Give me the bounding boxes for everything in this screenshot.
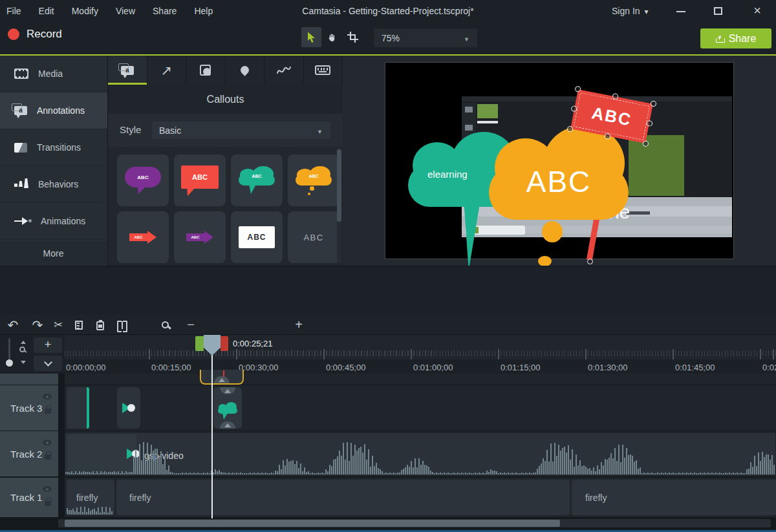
cursor-tool-button[interactable] xyxy=(301,27,321,47)
callout-thumb-speech-purple[interactable]: ABC xyxy=(117,154,169,206)
lock-icon[interactable] xyxy=(45,501,51,506)
tab-callouts[interactable] xyxy=(108,56,147,85)
zoom-in-button[interactable] xyxy=(291,315,307,335)
paste-button[interactable] xyxy=(92,315,108,335)
animation-icon xyxy=(122,403,135,413)
split-button[interactable] xyxy=(114,315,130,335)
close-button[interactable] xyxy=(750,0,764,22)
sidebar-label-transitions: Transitions xyxy=(37,142,81,153)
tab-sketch[interactable] xyxy=(264,56,304,85)
callout-thumb-cloud-teal[interactable]: ABC xyxy=(231,154,283,206)
maximize-button[interactable] xyxy=(714,7,722,15)
resize-handle[interactable] xyxy=(612,93,619,100)
undo-button[interactable] xyxy=(5,315,21,335)
timeline-scrollbar[interactable] xyxy=(58,519,771,527)
redo-button[interactable] xyxy=(30,315,45,335)
camtasia-window: File Edit Modify View Share Help Camtasi… xyxy=(0,0,776,532)
thought-cloud-shape: ABC xyxy=(296,166,332,186)
sidebar-more-button[interactable]: More xyxy=(0,242,107,264)
callout-thumb-speech-red[interactable]: ABC xyxy=(174,154,226,206)
callout-thumb-arrow-purple[interactable]: ABC xyxy=(174,211,226,263)
pan-tool-button[interactable] xyxy=(322,27,342,47)
record-icon xyxy=(8,28,19,40)
track-name: Track 3 xyxy=(10,385,42,431)
playhead-out-handle[interactable] xyxy=(221,336,228,351)
zoom-to-fit-icon[interactable] xyxy=(18,341,27,364)
chevron-down-icon xyxy=(464,32,477,44)
sidebar-item-transitions[interactable]: Transitions xyxy=(0,129,107,166)
tab-blur[interactable] xyxy=(226,56,265,85)
resize-handle[interactable] xyxy=(574,85,581,92)
eye-icon[interactable] xyxy=(43,486,52,492)
panel-title: Callouts xyxy=(108,85,343,114)
sidebar: Media Annotations Transitions Behaviors … xyxy=(0,56,108,266)
canvas-tools xyxy=(301,27,363,47)
timeline-ruler[interactable]: 0:00:00;00 0:00:15;00 0:00:30;00 0:00:45… xyxy=(65,335,776,374)
sidebar-item-media[interactable]: Media xyxy=(0,56,107,92)
sign-in-label: Sign In xyxy=(612,6,640,16)
clip-label: firefly xyxy=(129,493,151,503)
tab-shapes[interactable] xyxy=(186,56,226,85)
copy-button[interactable] xyxy=(71,315,87,335)
ruler-label: 0:02:00 xyxy=(762,363,776,372)
sidebar-item-animations[interactable]: Animations xyxy=(0,203,107,240)
clip-small[interactable] xyxy=(67,387,89,429)
window-title: Camtasia - Getting-Started-Project.tscpr… xyxy=(0,0,776,22)
clip-firefly-3[interactable]: firefly xyxy=(572,480,776,515)
playhead-in-handle[interactable] xyxy=(195,336,204,351)
share-label: Share xyxy=(729,33,757,45)
style-select[interactable]: Basic xyxy=(152,122,330,139)
minimize-button[interactable] xyxy=(676,11,685,12)
animation-dome xyxy=(220,421,235,429)
sidebar-label-annotations: Annotations xyxy=(37,105,85,116)
sidebar-label-media: Media xyxy=(38,69,63,79)
clip-label: firefly xyxy=(76,493,98,503)
callout-thumb-thought-orange[interactable]: ABC xyxy=(288,154,339,206)
clip-animation[interactable] xyxy=(117,387,140,429)
sidebar-label-animations: Animations xyxy=(41,216,85,226)
lock-icon[interactable] xyxy=(45,454,51,460)
squiggle-icon xyxy=(276,65,292,76)
clip-firefly-1[interactable]: firefly xyxy=(67,480,114,515)
cut-button[interactable] xyxy=(50,315,66,335)
track-height-thumb[interactable] xyxy=(6,359,13,367)
style-label: Style xyxy=(120,124,141,135)
timeline-scrollbar-thumb[interactable] xyxy=(65,520,560,527)
clip-firefly-2[interactable]: firefly xyxy=(116,480,570,515)
sidebar-item-behaviors[interactable]: Behaviors xyxy=(0,166,107,203)
clip-gsp-video[interactable]: gsp-video xyxy=(65,433,775,475)
sign-in-button[interactable]: Sign In xyxy=(612,0,649,22)
tab-keystroke[interactable] xyxy=(304,56,343,85)
panel-scrollbar[interactable] xyxy=(337,148,341,263)
eye-icon[interactable] xyxy=(43,440,52,445)
crop-tool-button[interactable] xyxy=(343,27,363,47)
track-row-3 xyxy=(65,385,776,431)
tail-handle[interactable] xyxy=(587,259,593,264)
track-menu-button[interactable] xyxy=(34,356,62,371)
preview-canvas[interactable]: Timeline elearning ABC ABC xyxy=(385,62,734,259)
animations-icon xyxy=(14,217,31,225)
zoom-out-button[interactable] xyxy=(183,315,199,335)
add-track-button[interactable] xyxy=(34,337,62,353)
callout-thumb-text-plain[interactable]: ABC xyxy=(288,211,339,263)
callout-thumb-text-box[interactable]: ABC xyxy=(231,211,283,263)
callout-thumb-arrow-red[interactable]: ABC xyxy=(117,211,169,263)
cursor-icon xyxy=(307,32,316,43)
selected-clip-partial[interactable] xyxy=(200,370,244,385)
chevron-down-icon xyxy=(317,125,330,136)
share-button[interactable]: Share xyxy=(700,28,771,48)
lock-icon[interactable] xyxy=(45,409,51,414)
track-name: Track 1 xyxy=(10,478,42,517)
tab-arrows[interactable] xyxy=(147,56,187,85)
clip-callout-elearning[interactable] xyxy=(213,387,242,429)
callout-abc-cloud[interactable]: ABC xyxy=(489,125,629,220)
sidebar-item-annotations[interactable]: Annotations xyxy=(0,92,107,129)
callout-icon xyxy=(121,66,134,75)
record-button[interactable]: Record xyxy=(8,28,62,41)
canvas-zoom-select[interactable]: 75% xyxy=(374,28,477,47)
track-height-slider[interactable] xyxy=(8,338,10,366)
playhead-line[interactable] xyxy=(211,354,213,518)
eye-icon[interactable] xyxy=(43,394,52,399)
text-box-shape: ABC xyxy=(239,226,275,248)
clip-marker xyxy=(223,370,224,377)
